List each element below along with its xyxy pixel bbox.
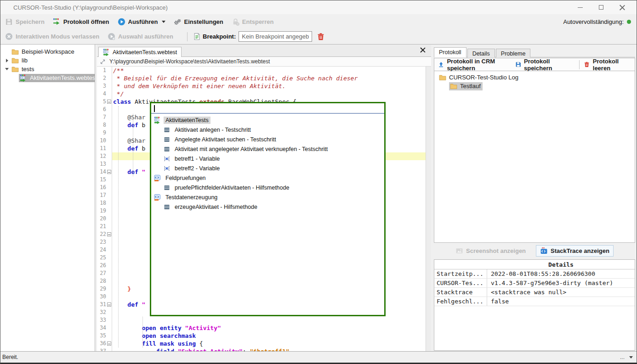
unlock-button[interactable]: Entsperren <box>232 18 274 26</box>
popup-item[interactable]: Aktivitaet mit angelegeter Aktivitaet ve… <box>151 144 384 154</box>
code-line[interactable]: 37 field "Subject_Activity": "$betreff1" <box>97 347 426 351</box>
line-number-gutter: 29 <box>97 285 112 293</box>
editor-tab-label: AktivitaetenTests.webtest <box>113 49 177 56</box>
popup-item[interactable]: Angelegte Aktivitaet suchen - Testschrit… <box>151 134 384 144</box>
fold-marker-icon[interactable] <box>107 232 111 236</box>
editor-vertical-scrollbar[interactable] <box>426 67 431 351</box>
line-number-gutter: 14 <box>97 168 112 176</box>
tab-probleme[interactable]: Probleme <box>496 49 531 57</box>
code-line[interactable]: 1/** <box>97 67 426 74</box>
expand-icon[interactable] <box>100 59 106 65</box>
open-protocol-button[interactable]: Protokoll öffnen <box>53 18 109 26</box>
code-line[interactable]: 35 open searchmask <box>97 332 426 340</box>
run-dropdown-caret-icon[interactable] <box>162 21 165 23</box>
save-button[interactable]: Speichern <box>5 18 45 26</box>
fold-marker-icon[interactable] <box>107 100 111 104</box>
protocol-icon <box>53 18 61 26</box>
line-number: 18 <box>100 199 106 207</box>
unlock-label: Entsperren <box>242 18 274 25</box>
fold-marker-icon[interactable] <box>107 302 111 307</box>
line-number: 34 <box>100 324 106 332</box>
fold-marker-icon[interactable] <box>107 342 111 346</box>
close-button[interactable] <box>612 0 633 14</box>
tree-item[interactable]: tests <box>0 65 95 73</box>
popup-item[interactable]: AktivitaetenTests <box>151 115 384 125</box>
show-stacktrace-button[interactable]: StackTrace anzeigen <box>536 245 614 257</box>
gears-icon <box>174 18 182 26</box>
status-caret-icon[interactable] <box>629 356 633 358</box>
window-controls <box>569 0 633 14</box>
status-message: Bereit. <box>2 354 18 360</box>
tab-protokoll[interactable]: Protokoll <box>434 47 466 57</box>
chevron-right-icon[interactable] <box>3 59 11 62</box>
minimize-button[interactable] <box>569 0 591 14</box>
maximize-button[interactable] <box>591 0 612 14</box>
popup-filter-input[interactable] <box>151 103 384 114</box>
log-panel: ProtokollDetailsProbleme Protokoll in CR… <box>432 45 637 351</box>
code-line[interactable]: 3 * und dem Verknüpfen mit einer neuen A… <box>97 82 426 90</box>
trash-icon <box>584 61 590 68</box>
log-tree-item[interactable]: CURSOR-Test-Studio Log <box>434 73 635 82</box>
run-button[interactable]: Ausführen <box>118 18 165 26</box>
settings-button[interactable]: Einstellungen <box>174 18 223 26</box>
line-number: 22 <box>100 230 106 238</box>
line-number: 31 <box>100 301 106 308</box>
run-selection-button[interactable]: Auswahl ausführen <box>108 33 173 40</box>
line-number: 25 <box>100 254 106 262</box>
line-number: 23 <box>100 238 106 246</box>
line-number: 13 <box>100 160 106 168</box>
line-number-gutter: 11 <box>97 145 112 152</box>
status-overflow[interactable]: ... <box>620 354 625 360</box>
leave-interactive-mode-button[interactable]: Interaktiven Modus verlassen <box>5 33 99 40</box>
log-panel-tabs: ProtokollDetailsProbleme <box>434 47 635 57</box>
minimize-icon <box>578 7 583 8</box>
line-number-gutter: 12 <box>97 152 112 160</box>
breakpoint-input[interactable] <box>239 31 312 42</box>
log-tree-item[interactable]: Testlauf <box>434 82 635 90</box>
popup-item[interactable]: Aktitivaet anlegen - Testschritt <box>151 125 384 134</box>
folder-icon <box>439 74 446 81</box>
popup-item[interactable]: betreff2 - Variable <box>151 163 384 173</box>
tree-item[interactable]: AktivitaetenTests.webtest <box>0 73 95 82</box>
tab-details[interactable]: Details <box>467 49 495 57</box>
table-row: Startzeitp...2022-08-01T08:55:28.2606963… <box>434 269 635 279</box>
delete-breakpoint-button[interactable] <box>317 33 325 41</box>
line-number: 20 <box>100 215 106 223</box>
code-line[interactable]: 4 */ <box>97 90 426 98</box>
webtest-icon <box>20 74 27 82</box>
fold-marker-icon[interactable] <box>107 170 111 174</box>
code-line[interactable]: 33 <box>97 316 426 324</box>
teststep-icon <box>163 203 171 211</box>
line-number: 5 <box>103 98 106 106</box>
teststep-icon <box>163 126 171 134</box>
show-screenshot-button[interactable]: Screenshot anzeigen <box>455 247 526 255</box>
code-text: open searchmask <box>112 332 426 340</box>
tree-item[interactable]: lib <box>0 56 95 65</box>
code-text: * und dem Verknüpfen mit einer neuen Akt… <box>112 82 426 90</box>
popup-item[interactable]: Testdatenerzeugung <box>151 192 384 202</box>
popup-item[interactable]: Feldpruefungen <box>151 173 384 183</box>
chevron-down-icon[interactable] <box>3 68 11 70</box>
popup-item[interactable]: betreff1 - Variable <box>151 154 384 163</box>
code-line[interactable]: 2 * Beispiel für die Erzeugung einer Akt… <box>97 74 426 82</box>
line-number: 10 <box>100 137 106 145</box>
save-protocol-button[interactable]: Protokoll speichern <box>515 58 568 72</box>
line-number: 1 <box>103 67 106 74</box>
details-table-rows: Startzeitp...2022-08-01T08:55:28.2606963… <box>434 269 635 306</box>
popup-item[interactable]: pruefePflichtfelderAktivitaeten - Hilfsm… <box>151 183 384 192</box>
save-protocol-to-crm-button[interactable]: Protokoll in CRM speichern <box>438 58 509 72</box>
app-window: CURSOR-Test-Studio (Y:\playground\Beispi… <box>0 0 637 364</box>
code-line[interactable]: 36 fill mask using { <box>97 340 426 347</box>
line-number: 36 <box>100 340 106 347</box>
line-number: 27 <box>100 269 106 277</box>
log-toolbar: Protokoll in CRM speichern Protokoll spe… <box>434 58 635 71</box>
upload-icon <box>438 61 444 68</box>
maximize-icon <box>599 5 603 10</box>
code-line[interactable]: 34 open entity "Activity" <box>97 324 426 332</box>
editor-tab-close-icon[interactable] <box>419 46 427 54</box>
tree-item[interactable]: Beispiel-Workspace <box>0 47 95 56</box>
popup-item[interactable]: erzeugeAktivitaet - Hilfsmethode <box>151 202 384 212</box>
detail-value: 2022-08-01T08:55:28.260696300 <box>487 269 635 278</box>
editor-tab[interactable]: AktivitaetenTests.webtest <box>98 47 182 57</box>
clear-protocol-button[interactable]: Protokoll leeren <box>584 58 628 72</box>
